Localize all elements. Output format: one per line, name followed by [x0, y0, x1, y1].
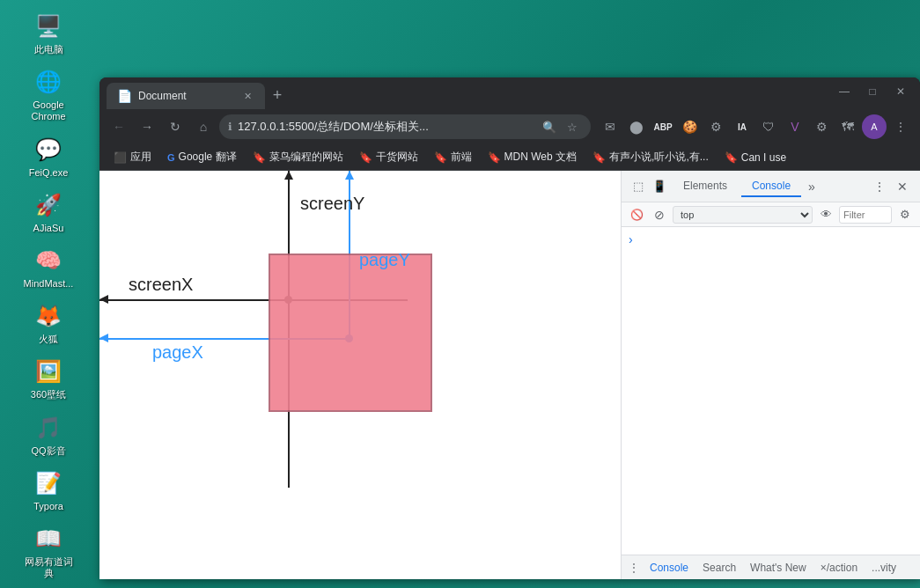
- lock-icon: ℹ: [228, 121, 232, 133]
- desktop-icon-mindmaster[interactable]: 🧠 MindMast...: [13, 241, 84, 293]
- ext-mail-icon[interactable]: ✉: [598, 114, 622, 139]
- bookmark-canuse[interactable]: 🔖 Can I use: [718, 150, 793, 165]
- bookmark-canuse-label: Can I use: [741, 151, 786, 164]
- devtools-close-button[interactable]: ✕: [892, 176, 913, 197]
- address-bar[interactable]: ℹ 127.0.0.1:5500/总结/DOM/坐标相关... 🔍 ☆: [219, 114, 591, 139]
- bookmark-ganhuo-label: 干货网站: [376, 150, 418, 165]
- bookmark-mdn-icon: 🔖: [488, 151, 501, 164]
- typora-icon: 📝: [33, 467, 64, 499]
- console-arrow[interactable]: ›: [625, 231, 916, 248]
- ext-profile-icon[interactable]: A: [862, 114, 887, 139]
- bookmark-apps-label: 应用: [130, 150, 151, 165]
- bookmark-google-translate[interactable]: G Google 翻译: [160, 148, 244, 166]
- devtools-console: ›: [622, 227, 920, 555]
- bookmark-button[interactable]: ☆: [563, 117, 582, 136]
- google-translate-icon: G: [167, 152, 175, 163]
- new-tab-button[interactable]: +: [265, 83, 290, 107]
- bottom-tab-activity[interactable]: ...vity: [868, 560, 900, 576]
- bookmark-apps[interactable]: ⬛ 应用: [107, 148, 158, 166]
- bottom-tab-action[interactable]: ×/action: [817, 560, 861, 576]
- bottom-tab-whatsnew[interactable]: What's New: [747, 560, 810, 576]
- forward-button[interactable]: →: [135, 114, 159, 139]
- desktop-icon-typora[interactable]: 📝 Typora: [13, 464, 84, 516]
- apps-icon: ⬛: [114, 151, 127, 164]
- ext-maps-icon[interactable]: 🗺: [835, 114, 860, 139]
- extension-icons: ✉ ⬤ ABP 🍪 ⚙ IA 🛡 V ⚙ 🗺 A ⋮: [598, 114, 913, 139]
- computer-icon-label: 此电脑: [34, 44, 63, 55]
- maximize-button[interactable]: □: [860, 79, 885, 104]
- bookmark-qianduan-icon: 🔖: [434, 151, 447, 164]
- desktop-icon-area: 🖥️ 此电脑 🌐 Google Chrome 💬 FeiQ.exe 🚀 AJia…: [0, 0, 97, 588]
- pink-box: [269, 254, 432, 412]
- feiq-icon-label: FeiQ.exe: [29, 167, 69, 179]
- devtools-bottom-bar: ⋮ Console Search What's New ×/action ...…: [622, 555, 920, 579]
- devtools-tab-console[interactable]: Console: [741, 176, 801, 197]
- ext-shield-icon[interactable]: 🛡: [756, 114, 781, 139]
- devtools-inspect-button[interactable]: ⬚: [629, 177, 648, 196]
- pagey-label: pageY: [359, 250, 410, 270]
- pagex-label: pageX: [152, 342, 203, 363]
- screeny-arrow: [284, 171, 293, 180]
- bookmarks-bar: ⬛ 应用 G Google 翻译 🔖 菜鸟编程的网站 🔖 干货网站 🔖 前端 🔖…: [99, 144, 920, 171]
- settings-button[interactable]: ⚙: [895, 205, 915, 224]
- ajia-icon-label: AJiaSu: [33, 223, 64, 234]
- address-actions: 🔍 ☆: [540, 117, 582, 136]
- tab-close-button[interactable]: ✕: [240, 89, 254, 103]
- eye-button[interactable]: 👁: [816, 205, 835, 224]
- desktop-icon-computer[interactable]: 🖥️ 此电脑: [13, 7, 84, 59]
- bookmark-youshen[interactable]: 🔖 有声小说,听小说,有...: [585, 148, 716, 166]
- ext-settings-icon[interactable]: ⚙: [703, 114, 728, 139]
- back-button[interactable]: ←: [107, 114, 131, 139]
- ext-ia-icon[interactable]: IA: [730, 114, 754, 139]
- ext-gear-icon[interactable]: ⚙: [809, 114, 834, 139]
- bookmark-canuse-icon: 🔖: [725, 151, 738, 164]
- ext-dot-icon[interactable]: ⬤: [624, 114, 649, 139]
- desktop-icon-wangyi[interactable]: 📖 网易有道词典: [13, 519, 84, 583]
- chrome-icon-label: Google Chrome: [20, 99, 77, 122]
- bookmark-runoob[interactable]: 🔖 菜鸟编程的网站: [246, 148, 350, 166]
- filter-input[interactable]: [839, 206, 892, 224]
- wallpaper-icon-label: 360壁纸: [31, 389, 66, 401]
- ext-cookie-icon[interactable]: 🍪: [677, 114, 702, 139]
- ext-menu-icon[interactable]: ⋮: [888, 114, 913, 139]
- bookmark-mdn-label: MDN Web 文档: [504, 150, 577, 165]
- context-select[interactable]: top: [673, 206, 813, 224]
- title-bar: 📄 Document ✕ + — □ ✕: [99, 77, 920, 109]
- screeny-label: screenY: [300, 194, 364, 214]
- bookmark-ganhuo[interactable]: 🔖 干货网站: [352, 148, 425, 166]
- desktop-icon-wallpaper[interactable]: 🖼️ 360壁纸: [13, 352, 84, 404]
- desktop-icon-ajia[interactable]: 🚀 AJiaSu: [13, 186, 84, 238]
- desktop-icon-feiq[interactable]: 💬 FeiQ.exe: [13, 130, 84, 182]
- reload-button[interactable]: ↻: [163, 114, 188, 139]
- close-button[interactable]: ✕: [888, 79, 913, 104]
- desktop-icon-huohu[interactable]: 🦊 火狐: [13, 297, 84, 349]
- devtools-tab-more[interactable]: »: [805, 176, 819, 197]
- wangyi-icon-label: 网易有道词典: [20, 556, 77, 579]
- page-content: screenY pageY screenX pageX: [99, 171, 621, 579]
- bookmark-qianduan[interactable]: 🔖 前端: [427, 148, 479, 166]
- console-clear-button[interactable]: 🚫: [627, 205, 646, 224]
- devtools-tab-elements[interactable]: Elements: [673, 176, 738, 197]
- devtools-device-button[interactable]: 📱: [650, 177, 669, 196]
- console-block-button[interactable]: ⊘: [650, 205, 669, 224]
- huohu-icon-label: 火狐: [39, 334, 58, 345]
- devtools-more-button[interactable]: ⋮: [629, 562, 639, 574]
- minimize-button[interactable]: —: [832, 79, 857, 104]
- wangyi-icon: 📖: [33, 523, 64, 555]
- desktop-icons-list: 🖥️ 此电脑 🌐 Google Chrome 💬 FeiQ.exe 🚀 AJia…: [0, 0, 97, 588]
- home-button[interactable]: ⌂: [191, 114, 216, 139]
- tab-favicon: 📄: [117, 89, 131, 103]
- bottom-tab-search[interactable]: Search: [699, 560, 740, 576]
- devtools-toolbar: 🚫 ⊘ top 👁 ⚙: [622, 202, 920, 227]
- search-address-button[interactable]: 🔍: [540, 117, 559, 136]
- ext-v-icon[interactable]: V: [783, 114, 807, 139]
- browser-tab[interactable]: 📄 Document ✕: [107, 83, 265, 109]
- ext-abp-icon[interactable]: ABP: [651, 114, 675, 139]
- desktop-icon-qq[interactable]: 🎵 QQ影音: [13, 408, 84, 460]
- bookmark-google-translate-label: Google 翻译: [179, 150, 237, 165]
- bookmark-mdn[interactable]: 🔖 MDN Web 文档: [481, 148, 584, 166]
- devtools-settings-button[interactable]: ⋮: [869, 176, 890, 197]
- desktop-icon-chrome[interactable]: 🌐 Google Chrome: [13, 62, 84, 126]
- bookmark-ganhuo-icon: 🔖: [359, 151, 372, 164]
- bottom-tab-console[interactable]: Console: [646, 560, 692, 576]
